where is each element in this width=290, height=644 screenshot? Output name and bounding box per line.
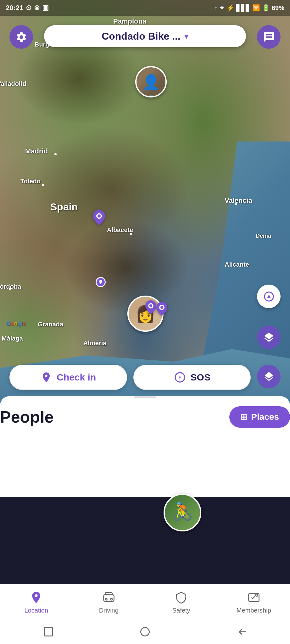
avatar-user-1[interactable] [135, 66, 167, 97]
compass-button[interactable] [257, 285, 281, 308]
driving-nav-icon [102, 591, 116, 604]
back-icon [236, 626, 247, 637]
page: 20:21 ⊙ ⊗ ▣ ↑ ✦ ⚡ ▋▋▋ 🛜 🔋 69% Pamplona B… [0, 0, 290, 644]
bottom-panel: People ⊞ Places [0, 396, 290, 497]
sos-button[interactable]: SOS [133, 365, 251, 390]
nav-item-safety[interactable]: Safety [145, 591, 218, 614]
layers-icon [263, 331, 275, 343]
sys-nav-home-button[interactable] [137, 624, 153, 640]
system-nav-bar [0, 619, 290, 644]
svg-point-5 [160, 306, 163, 309]
status-arrow: ↑ [214, 4, 217, 12]
membership-nav-icon [247, 591, 261, 604]
panel-title: People [0, 408, 54, 426]
status-bluetooth: ✦ [219, 4, 225, 12]
status-left: 20:21 ⊙ ⊗ ▣ [6, 4, 49, 12]
nav-label-safety: Safety [172, 607, 190, 614]
places-label: Places [251, 412, 279, 422]
avatar-user-2[interactable] [164, 494, 201, 531]
checkin-label: Check in [57, 372, 96, 383]
location-dropdown[interactable]: Condado Bike ... ▾ [44, 25, 246, 47]
map-layers-small-button[interactable] [257, 365, 281, 388]
status-bar: 20:21 ⊙ ⊗ ▣ ↑ ✦ ⚡ ▋▋▋ 🛜 🔋 69% [0, 0, 290, 16]
google-logo: Google [6, 320, 26, 327]
status-wifi: 🛜 [252, 4, 260, 12]
places-button[interactable]: ⊞ Places [229, 406, 290, 428]
svg-rect-11 [44, 627, 53, 636]
status-alarm: ⊙ [26, 4, 31, 12]
panel-header: People ⊞ Places [0, 406, 290, 428]
checkin-button[interactable]: Check in [9, 365, 127, 390]
sys-nav-recent-button[interactable] [41, 624, 56, 640]
layers-small-icon [263, 371, 275, 382]
map-action-buttons: Check in SOS [9, 365, 281, 390]
nav-item-driving[interactable]: Driving [73, 591, 145, 614]
toledo-dot [42, 184, 44, 186]
albacete-dot [130, 233, 132, 235]
chat-icon [263, 31, 275, 43]
map-pin-center [93, 210, 105, 226]
svg-point-10 [255, 594, 258, 596]
svg-point-7 [105, 598, 107, 600]
map-section[interactable]: 20:21 ⊙ ⊗ ▣ ↑ ✦ ⚡ ▋▋▋ 🛜 🔋 69% Pamplona B… [0, 0, 290, 406]
madrid-dot [54, 153, 57, 155]
location-name: Condado Bike ... [102, 31, 181, 42]
nav-label-location: Location [24, 607, 48, 614]
gear-icon [15, 31, 27, 43]
nav-label-driving: Driving [99, 607, 119, 614]
cordoba-dot [9, 288, 11, 290]
dropdown-arrow-icon: ▾ [184, 31, 188, 41]
status-network: ⚡ [226, 4, 234, 12]
status-signal1: ⊗ [34, 4, 40, 12]
compass-icon [263, 291, 275, 303]
recent-icon [43, 626, 54, 637]
bottom-nav: Location Driving Safety [0, 584, 290, 619]
status-signal2: ▋▋▋ [236, 4, 250, 12]
sys-nav-back-button[interactable] [234, 624, 249, 640]
avatar-user-2-pin [96, 277, 106, 287]
nav-label-membership: Membership [237, 607, 271, 614]
status-sim: ▣ [42, 4, 49, 12]
places-icon: ⊞ [240, 412, 247, 422]
checkin-icon [40, 371, 52, 383]
safety-nav-icon [174, 591, 188, 604]
svg-point-12 [141, 627, 149, 636]
status-time: 20:21 [6, 4, 23, 12]
settings-button[interactable] [9, 25, 33, 49]
sos-icon [174, 371, 186, 384]
status-battery-pct: 69% [272, 4, 284, 12]
nav-item-membership[interactable]: Membership [218, 591, 290, 614]
svg-rect-6 [103, 595, 114, 602]
panel-drag-handle[interactable] [134, 396, 156, 398]
status-battery: 🔋 [262, 4, 270, 12]
svg-point-3 [149, 304, 152, 307]
layers-button[interactable] [257, 325, 281, 349]
svg-point-1 [98, 214, 101, 218]
valencia-dot [235, 203, 237, 205]
map-pin-group-1 [145, 300, 156, 315]
svg-point-8 [110, 598, 112, 600]
chat-button[interactable] [257, 25, 281, 49]
sos-label: SOS [191, 372, 210, 383]
status-right: ↑ ✦ ⚡ ▋▋▋ 🛜 🔋 69% [214, 4, 284, 12]
nav-item-location[interactable]: Location [0, 591, 73, 614]
map-pin-group-2 [156, 302, 167, 317]
home-icon [139, 626, 151, 637]
location-nav-icon [29, 591, 43, 604]
avatar-user-2-container[interactable] [82, 247, 120, 285]
